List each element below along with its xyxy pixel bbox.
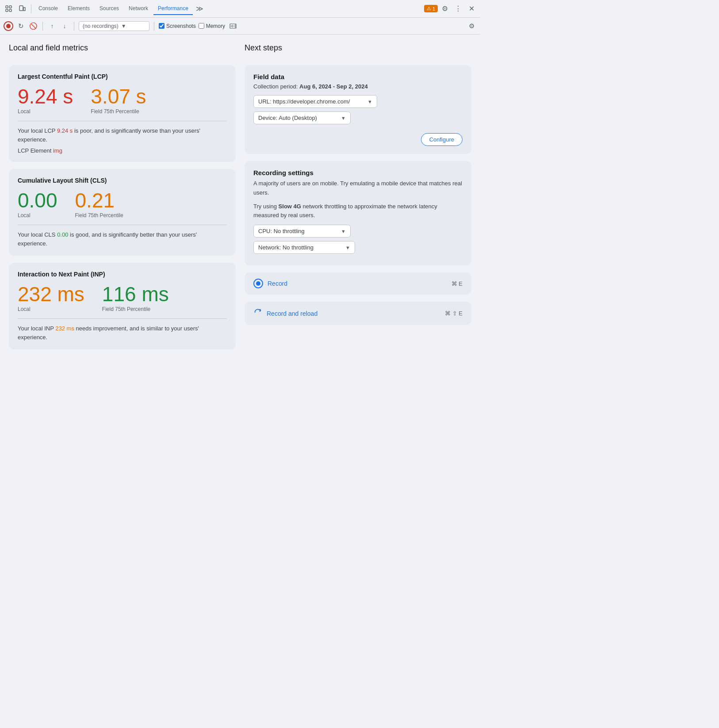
tab-elements[interactable]: Elements	[63, 3, 94, 15]
download-button[interactable]: ↓	[60, 21, 69, 31]
memory-checkbox[interactable]	[199, 23, 204, 29]
cls-divider	[18, 225, 227, 225]
record-action-icon-inner	[256, 281, 260, 286]
tab-console[interactable]: Console	[34, 3, 62, 15]
cpu-select[interactable]: CPU: No throttling ▼	[253, 225, 351, 238]
toolbar-separator-1	[31, 4, 31, 13]
recording-desc-1: A majority of users are on mobile. Try e…	[253, 179, 463, 198]
recording-dropdown[interactable]: (no recordings) ▼	[79, 21, 149, 31]
network-select-row: Network: No throttling ▼	[253, 241, 463, 254]
lcp-desc-prefix: Your local LCP	[18, 127, 57, 134]
cpu-profile-icon[interactable]	[228, 21, 238, 31]
svg-rect-0	[6, 6, 8, 8]
inp-desc-prefix: Your local INP	[18, 325, 55, 332]
memory-label: Memory	[206, 23, 225, 29]
lcp-local-group: 9.24 s Local	[18, 86, 73, 115]
svg-rect-2	[9, 6, 11, 8]
lcp-field-group: 3.07 s Field 75th Percentile	[91, 86, 146, 115]
performance-toolbar: ↻ 🚫 ↑ ↓ (no recordings) ▼ Screenshots Me…	[0, 18, 480, 34]
left-section-title: Local and field metrics	[9, 43, 236, 53]
desc2-prefix: Try using	[253, 203, 279, 210]
screenshots-checkbox[interactable]	[159, 23, 164, 29]
desc2-highlight: Slow 4G	[279, 203, 301, 210]
field-data-card: Field data Collection period: Aug 6, 202…	[245, 65, 471, 154]
dropdown-arrow-icon: ▼	[121, 23, 126, 29]
lcp-element-value[interactable]: img	[53, 147, 62, 154]
screenshots-label: Screenshots	[166, 23, 196, 29]
url-dropdown-arrow: ▼	[367, 99, 372, 104]
stop-button[interactable]: 🚫	[28, 21, 38, 31]
more-tabs-icon[interactable]: ≫	[194, 3, 206, 15]
alert-badge[interactable]: ⚠ 1	[424, 5, 438, 12]
alert-count: 1	[432, 6, 435, 11]
devtools-picker-icon[interactable]	[3, 3, 15, 15]
cls-local-label: Local	[18, 212, 57, 218]
svg-rect-3	[9, 9, 11, 11]
lcp-element-row: LCP Element img	[18, 147, 227, 154]
record-action-card[interactable]: Record ⌘ E	[245, 272, 471, 295]
lcp-description: Your local LCP 9.24 s is poor, and is si…	[18, 126, 227, 144]
more-options-icon[interactable]: ⋮	[452, 3, 464, 15]
cpu-label: CPU: No throttling	[258, 228, 305, 234]
device-select[interactable]: Device: Auto (Desktop) ▼	[253, 111, 351, 124]
tab-sources[interactable]: Sources	[95, 3, 123, 15]
inp-card: Interaction to Next Paint (INP) 232 ms L…	[9, 263, 236, 349]
cls-desc-prefix: Your local CLS	[18, 231, 57, 238]
left-panel: Local and field metrics Largest Contentf…	[9, 43, 236, 349]
tab-performance[interactable]: Performance	[153, 3, 193, 15]
svg-rect-5	[23, 8, 25, 11]
tab-network[interactable]: Network	[124, 3, 153, 15]
subtitle-dates: Aug 6, 2024 - Sep 2, 2024	[299, 83, 368, 90]
cls-card-title: Cumulative Layout Shift (CLS)	[18, 177, 227, 184]
lcp-metric-values: 9.24 s Local 3.07 s Field 75th Percentil…	[18, 86, 227, 115]
subtitle-prefix: Collection period:	[253, 83, 299, 90]
close-icon[interactable]: ✕	[465, 3, 478, 15]
inp-card-title: Interaction to Next Paint (INP)	[18, 271, 227, 278]
inp-local-group: 232 ms Local	[18, 284, 84, 312]
svg-rect-1	[6, 9, 8, 11]
recording-desc-2: Try using Slow 4G network throttling to …	[253, 202, 463, 221]
configure-button[interactable]: Configure	[421, 133, 463, 146]
cls-metric-values: 0.00 Local 0.21 Field 75th Percentile	[18, 190, 227, 218]
right-section-title: Next steps	[245, 43, 471, 53]
network-select[interactable]: Network: No throttling ▼	[253, 241, 355, 254]
toolbar-separator-2	[42, 22, 43, 31]
toolbar-separator-3	[74, 22, 74, 31]
cls-local-group: 0.00 Local	[18, 190, 57, 218]
network-dropdown-arrow: ▼	[345, 245, 350, 250]
lcp-divider	[18, 121, 227, 121]
memory-toggle[interactable]: Memory	[199, 23, 225, 29]
screenshots-toggle[interactable]: Screenshots	[159, 23, 196, 29]
settings-icon[interactable]: ⚙	[439, 3, 451, 15]
url-label: URL: https://developer.chrome.com/	[258, 98, 350, 105]
inp-description: Your local INP 232 ms needs improvement,…	[18, 324, 227, 341]
upload-button[interactable]: ↑	[47, 21, 57, 31]
inp-field-label: Field 75th Percentile	[102, 306, 169, 312]
inp-local-value: 232 ms	[18, 284, 84, 304]
recording-settings-card: Recording settings A majority of users a…	[245, 161, 471, 265]
cls-desc-highlight: 0.00	[57, 231, 68, 238]
record-reload-label: Record and reload	[267, 310, 317, 317]
cls-field-group: 0.21 Field 75th Percentile	[75, 190, 123, 218]
capture-settings-icon[interactable]: ⚙	[466, 21, 477, 31]
inp-local-label: Local	[18, 306, 84, 312]
inp-field-group: 116 ms Field 75th Percentile	[102, 284, 169, 312]
record-reload-action-card[interactable]: Record and reload ⌘ ⇧ E	[245, 302, 471, 325]
inp-divider	[18, 318, 227, 319]
toolbar-separator-4	[154, 22, 154, 31]
url-select[interactable]: URL: https://developer.chrome.com/ ▼	[253, 95, 377, 108]
reload-button[interactable]: ↻	[16, 21, 26, 31]
device-label: Device: Auto (Desktop)	[258, 115, 317, 121]
recording-placeholder: (no recordings)	[83, 23, 119, 29]
record-btn-inner	[6, 24, 11, 28]
cls-card: Cumulative Layout Shift (CLS) 0.00 Local…	[9, 169, 236, 256]
record-button[interactable]	[4, 21, 13, 31]
inp-desc-highlight: 232 ms	[55, 325, 74, 332]
lcp-element-label: LCP Element	[18, 147, 51, 154]
cpu-select-row: CPU: No throttling ▼	[253, 225, 463, 238]
device-toggle-icon[interactable]	[16, 3, 28, 15]
cls-field-value: 0.21	[75, 190, 123, 211]
device-select-row: Device: Auto (Desktop) ▼	[253, 111, 463, 124]
devtools-toolbar: Console Elements Sources Network Perform…	[0, 0, 480, 18]
field-data-subtitle: Collection period: Aug 6, 2024 - Sep 2, …	[253, 83, 463, 90]
